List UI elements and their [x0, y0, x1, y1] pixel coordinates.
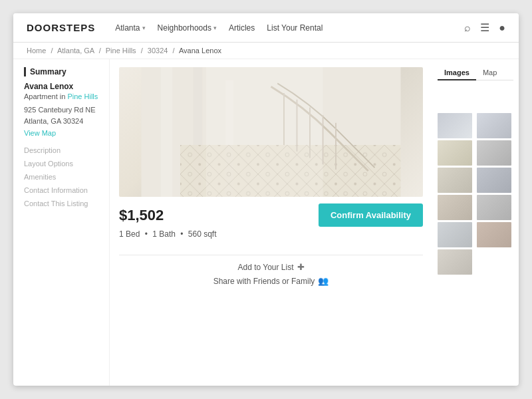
- sidebar-nav-amenities[interactable]: Amenities: [24, 173, 98, 181]
- breadcrumb-zip[interactable]: 30324: [148, 47, 168, 55]
- confirm-availability-button[interactable]: Confirm Availability: [319, 203, 423, 227]
- thumbnail-grid: [438, 86, 513, 275]
- navbar: DOORSTEPS Atlanta ▾ Neighborhoods ▾ Arti…: [13, 13, 519, 43]
- breadcrumb-home[interactable]: Home: [27, 47, 46, 55]
- thumbnail-11[interactable]: [477, 222, 511, 247]
- tab-map[interactable]: Map: [476, 66, 503, 80]
- nav-neighborhoods[interactable]: Neighborhoods ▾: [158, 23, 217, 33]
- right-panel-tabs: Images Map: [438, 66, 513, 80]
- nav-articles[interactable]: Articles: [229, 23, 255, 33]
- add-list-icon: ✚: [297, 262, 305, 272]
- search-icon[interactable]: ⌕: [464, 22, 471, 34]
- thumbnail-9[interactable]: [477, 195, 511, 220]
- baths-detail: 1 Bath: [152, 229, 176, 239]
- tab-images[interactable]: Images: [438, 66, 476, 80]
- breadcrumb: Home / Atlanta, GA / Pine Hills / 30324 …: [13, 43, 519, 59]
- svg-rect-16: [206, 67, 323, 197]
- add-to-list-link[interactable]: Add to Your List ✚: [237, 262, 304, 272]
- thumbnail-4[interactable]: [438, 140, 472, 166]
- thumbnail-8[interactable]: [438, 195, 472, 220]
- sidebar-nav-layout[interactable]: Layout Options: [24, 160, 98, 168]
- menu-icon[interactable]: ☰: [480, 21, 489, 34]
- brand-logo[interactable]: DOORSTEPS: [27, 22, 95, 33]
- sidebar-nav-contact-info[interactable]: Contact Information: [24, 186, 98, 194]
- sidebar-property-type: Apartment in Pine Hills: [24, 92, 98, 100]
- property-details: 1 Bed • 1 Bath • 560 sqft: [119, 229, 423, 239]
- sidebar-nav-description[interactable]: Description: [24, 146, 98, 154]
- view-map-link[interactable]: View Map: [24, 129, 98, 137]
- nav-list-rental[interactable]: List Your Rental: [267, 23, 323, 33]
- thumbnail-7[interactable]: [477, 168, 511, 193]
- sidebar-nav-contact-listing[interactable]: Contact This Listing: [24, 200, 98, 207]
- action-links: Add to Your List ✚ Share with Friends or…: [119, 262, 423, 286]
- nav-atlanta[interactable]: Atlanta ▾: [115, 23, 145, 33]
- thumbnail-1[interactable]: [438, 86, 509, 111]
- chevron-down-icon: ▾: [213, 25, 217, 31]
- main-content: Summary Avana Lenox Apartment in Pine Hi…: [13, 59, 519, 386]
- breadcrumb-current: Avana Lenox: [179, 47, 221, 55]
- svg-rect-1: [161, 67, 173, 197]
- thumbnail-5[interactable]: [477, 140, 511, 166]
- sidebar-section-title: Summary: [24, 67, 98, 76]
- thumbnail-6[interactable]: [438, 168, 472, 193]
- sidebar-neighborhood-link[interactable]: Pine Hills: [67, 92, 98, 100]
- price-row: $1,502 Confirm Availability: [119, 203, 423, 227]
- thumbnail-12[interactable]: [438, 249, 472, 275]
- main-listing-image: [119, 67, 423, 197]
- beds-detail: 1 Bed: [119, 229, 140, 239]
- sidebar-property-name: Avana Lenox: [24, 82, 98, 91]
- share-icon: 👥: [318, 276, 329, 286]
- nav-icon-group: ⌕ ☰ ●: [464, 21, 505, 34]
- breadcrumb-pine-hills[interactable]: Pine Hills: [106, 47, 136, 55]
- thumbnail-3[interactable]: [477, 113, 511, 138]
- nav-links: Atlanta ▾ Neighborhoods ▾ Articles List …: [115, 23, 464, 33]
- right-panel: Images Map: [432, 59, 519, 386]
- sqft-detail: 560 sqft: [188, 229, 217, 239]
- chevron-down-icon: ▾: [142, 25, 146, 31]
- listing-price: $1,502: [119, 207, 164, 224]
- divider: [119, 255, 423, 255]
- thumbnail-10[interactable]: [438, 222, 472, 247]
- sidebar-address: 925 Cantebury Rd NE Atlanta, GA 30324: [24, 104, 98, 126]
- breadcrumb-atlanta[interactable]: Atlanta, GA: [57, 47, 94, 55]
- thumbnail-2[interactable]: [438, 113, 472, 138]
- center-content: $1,502 Confirm Availability 1 Bed • 1 Ba…: [110, 59, 432, 386]
- account-icon[interactable]: ●: [499, 22, 505, 34]
- share-link[interactable]: Share with Friends or Family 👥: [213, 276, 329, 286]
- sidebar: Summary Avana Lenox Apartment in Pine Hi…: [13, 59, 110, 386]
